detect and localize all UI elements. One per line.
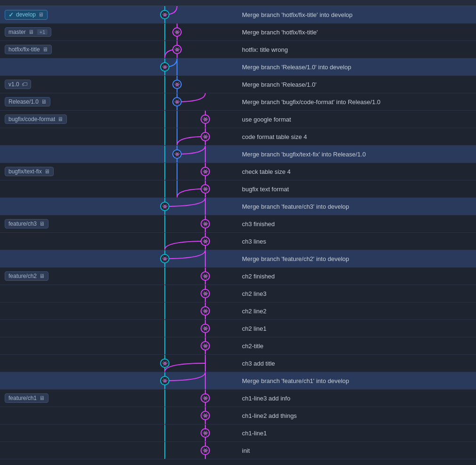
commit-message-cell: code format table size 4: [235, 128, 476, 146]
svg-text:👾: 👾: [202, 413, 209, 419]
table-row[interactable]: 👾bugfix text format: [0, 180, 476, 198]
svg-text:👾: 👾: [202, 134, 209, 140]
commit-message-cell: Merge branch 'bugfix/code-format' into R…: [235, 93, 476, 111]
svg-text:👾: 👾: [202, 221, 209, 227]
commit-message-cell: ch1-line2 add things: [235, 407, 476, 424]
svg-text:👾: 👾: [162, 256, 168, 262]
branch-tag[interactable]: Release/1.0🖥: [5, 97, 50, 106]
svg-text:👾: 👾: [202, 186, 209, 192]
branch-cell: feature/ch1🖥: [0, 390, 141, 407]
graph-cell: 👾: [141, 320, 235, 337]
branch-tag[interactable]: feature/ch1🖥: [5, 393, 48, 403]
branch-tag[interactable]: bugfix/code-format🖥: [5, 114, 67, 124]
branch-tag[interactable]: feature/ch3🖥: [5, 219, 48, 228]
branch-cell: [0, 146, 141, 163]
table-row[interactable]: feature/ch3🖥👾ch3 finished: [0, 215, 476, 233]
graph-cell: 👾: [141, 58, 235, 76]
commit-message-cell: ch2 line3: [235, 285, 476, 302]
table-row[interactable]: 👾ch2 line1: [0, 320, 476, 337]
table-row[interactable]: 👾code format table size 4: [0, 128, 476, 146]
commit-message-cell: Merge branch 'Release/1.0' into develop: [235, 58, 476, 76]
table-row[interactable]: 👾Merge branch 'feature/ch1' into develop: [0, 372, 476, 390]
branch-tag[interactable]: hotfix/fix-title🖥: [5, 45, 52, 54]
table-row[interactable]: 👾ch1-line2 add things: [0, 407, 476, 424]
branch-cell: [0, 285, 141, 302]
table-row[interactable]: 👾ch2 line3: [0, 285, 476, 302]
graph-cell: 👾: [141, 302, 235, 320]
table-row[interactable]: 👾Merge branch 'bugfix/text-fix' into Rel…: [0, 146, 476, 163]
table-row[interactable]: hotfix/fix-title🖥👾hotfix: title wrong: [0, 41, 476, 58]
table-row[interactable]: 👾ch3 add title: [0, 355, 476, 372]
table-row[interactable]: 👾init: [0, 442, 476, 459]
table-row[interactable]: bugfix/text-fix🖥👾check table size 4: [0, 163, 476, 180]
branch-cell: [0, 302, 141, 320]
svg-text:👾: 👾: [202, 448, 209, 454]
graph-cell: 👾: [141, 24, 235, 41]
graph-cell: 👾: [141, 215, 235, 233]
commit-message-cell: ch3 add title: [235, 355, 476, 372]
table-row[interactable]: master🖥+1👾Merge branch 'hotfix/fix-title…: [0, 24, 476, 41]
graph-cell: 👾: [141, 268, 235, 285]
svg-text:👾: 👾: [174, 99, 180, 105]
table-row[interactable]: Release/1.0🖥👾Merge branch 'bugfix/code-f…: [0, 93, 476, 111]
svg-text:👾: 👾: [162, 378, 168, 384]
graph-cell: 👾: [141, 41, 235, 58]
commit-message-cell: Merge branch 'feature/ch2' into develop: [235, 250, 476, 268]
table-row[interactable]: ✓develop🖥👾Merge branch 'hotfix/fix-title…: [0, 6, 476, 24]
branch-name: bugfix/text-fix: [8, 168, 42, 175]
commit-message-cell: Merge branch 'bugfix/text-fix' into Rele…: [235, 146, 476, 163]
table-row[interactable]: 👾Merge branch 'Release/1.0' into develop: [0, 58, 476, 76]
svg-text:👾: 👾: [202, 273, 209, 279]
branch-tag[interactable]: feature/ch2🖥: [5, 271, 48, 281]
branch-name: hotfix/fix-title: [8, 46, 40, 53]
graph-cell: 👾: [141, 337, 235, 355]
branch-cell: [0, 58, 141, 76]
svg-text:👾: 👾: [202, 395, 209, 401]
table-row[interactable]: feature/ch2🖥👾ch2 finished: [0, 268, 476, 285]
commit-message-cell: ch2 finished: [235, 268, 476, 285]
svg-text:👾: 👾: [174, 151, 180, 157]
table-row[interactable]: 👾ch2 line2: [0, 302, 476, 320]
svg-text:👾: 👾: [202, 116, 209, 122]
svg-text:👾: 👾: [162, 64, 168, 70]
table-row[interactable]: v1.0🏷👾Merge branch 'Release/1.0': [0, 76, 476, 93]
branch-name: bugfix/code-format: [8, 116, 55, 122]
commit-message-cell: Merge branch 'Release/1.0': [235, 76, 476, 93]
branch-name: feature/ch1: [8, 395, 37, 401]
graph-cell: 👾: [141, 163, 235, 180]
graph-cell: 👾: [141, 442, 235, 459]
branch-tag[interactable]: bugfix/text-fix🖥: [5, 167, 54, 176]
active-branch-tag[interactable]: ✓develop🖥: [5, 10, 48, 20]
branch-badge: +1: [37, 29, 48, 35]
table-row[interactable]: 👾ch3 lines: [0, 233, 476, 250]
svg-text:👾: 👾: [202, 169, 209, 175]
table-row[interactable]: 👾Merge branch 'feature/ch2' into develop: [0, 250, 476, 268]
table-row[interactable]: 👾Merge branch 'feature/ch3' into develop: [0, 198, 476, 215]
commit-message-cell: Merge branch 'feature/ch3' into develop: [235, 198, 476, 215]
tag-icon: 🏷: [22, 81, 27, 88]
commit-message-cell: ch1-line3 add info: [235, 390, 476, 407]
branch-cell: [0, 424, 141, 442]
commit-message-cell: Merge branch 'feature/ch1' into develop: [235, 372, 476, 390]
branch-tag[interactable]: master🖥+1: [5, 27, 51, 37]
table-row[interactable]: bugfix/code-format🖥👾use google format: [0, 111, 476, 128]
monitor-icon: 🖥: [57, 116, 63, 122]
commit-message-cell: ch3 finished: [235, 215, 476, 233]
svg-text:👾: 👾: [202, 430, 209, 436]
tag-label[interactable]: v1.0🏷: [5, 80, 31, 89]
table-row[interactable]: 👾ch2-title: [0, 337, 476, 355]
graph-cell: 👾: [141, 285, 235, 302]
branch-cell: Release/1.0🖥: [0, 93, 141, 111]
graph-cell: 👾: [141, 250, 235, 268]
branch-cell: master🖥+1: [0, 24, 141, 41]
svg-text:👾: 👾: [202, 326, 209, 332]
table-row[interactable]: feature/ch1🖥👾ch1-line3 add info: [0, 390, 476, 407]
branch-cell: hotfix/fix-title🖥: [0, 41, 141, 58]
branch-name: master: [8, 29, 26, 35]
tag-name: v1.0: [8, 81, 19, 88]
commit-header: [235, 0, 476, 6]
table-row[interactable]: 👾ch1-line1: [0, 424, 476, 442]
graph-cell: 👾: [141, 424, 235, 442]
branch-cell: [0, 372, 141, 390]
commit-message-cell: bugfix text format: [235, 180, 476, 198]
